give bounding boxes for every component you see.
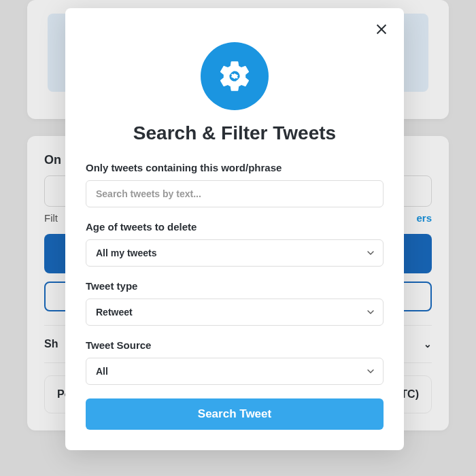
type-group: Tweet type Retweet [86,280,384,326]
close-button[interactable] [370,18,393,41]
age-label: Age of tweets to delete [86,221,384,233]
text-search-label: Only tweets containing this word/phrase [86,162,384,173]
text-search-input[interactable] [86,180,384,207]
age-group: Age of tweets to delete All my tweets [86,221,384,267]
search-filter-modal: Search & Filter Tweets Only tweets conta… [65,8,404,450]
type-select[interactable]: Retweet [86,299,384,326]
gear-refresh-icon [201,42,269,110]
type-label: Tweet type [86,280,384,292]
modal-icon-container [86,42,384,110]
source-group: Tweet Source All [86,339,384,385]
source-label: Tweet Source [86,339,384,351]
age-select[interactable]: All my tweets [86,239,384,267]
source-select[interactable]: All [86,358,384,385]
close-icon [374,22,389,37]
modal-title: Search & Filter Tweets [86,122,384,144]
search-tweet-button[interactable]: Search Tweet [86,398,384,430]
text-search-group: Only tweets containing this word/phrase [86,162,384,207]
